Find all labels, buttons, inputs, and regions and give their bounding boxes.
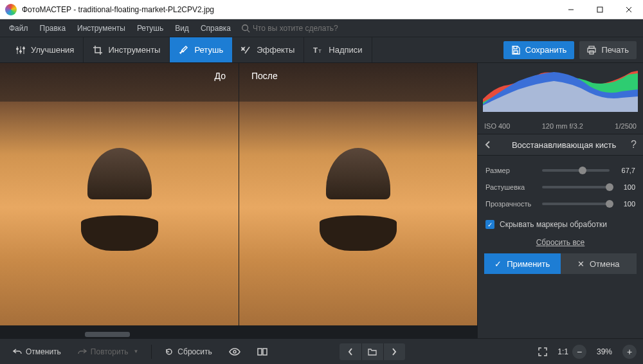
tab-label: Эффекты	[257, 45, 294, 55]
svg-rect-1	[597, 7, 602, 12]
histogram	[478, 63, 643, 121]
exif-iso: ISO 400	[484, 122, 510, 130]
apply-button[interactable]: ✓ Применить	[484, 253, 561, 274]
menu-retouch[interactable]: Ретушь	[132, 21, 168, 35]
print-icon	[587, 46, 596, 55]
panel-title: Восстанавливающая кисть	[497, 140, 631, 150]
tab-label: Улучшения	[31, 45, 74, 55]
reset-label: Сбросить	[177, 347, 212, 356]
slider-feather-value: 100	[615, 183, 635, 191]
reset-button[interactable]: Сбросить	[158, 343, 218, 361]
zoom-in-button[interactable]: +	[622, 345, 637, 359]
redo-label: Повторить	[91, 347, 129, 356]
cancel-label: Отмена	[590, 259, 620, 269]
tab-label: Инструменты	[108, 45, 160, 55]
help-button[interactable]: ?	[631, 139, 637, 150]
tab-retouch[interactable]: Ретушь	[170, 37, 232, 62]
exif-shutter: 1/2500	[615, 122, 637, 130]
hide-markers-checkbox[interactable]: ✓	[485, 220, 494, 229]
window-title: ФотоМАСТЕР - traditional-floating-market…	[22, 5, 556, 14]
text-icon: TT	[313, 45, 323, 55]
before-label: До	[0, 68, 239, 84]
brush-icon	[179, 45, 189, 55]
print-label: Печать	[601, 45, 629, 55]
slider-size-value: 67,7	[615, 167, 635, 174]
next-image-button[interactable]	[383, 343, 405, 360]
menu-view[interactable]: Вид	[170, 21, 194, 35]
redo-button[interactable]: Повторить ▼	[71, 343, 145, 361]
fit-button[interactable]	[532, 343, 554, 361]
svg-point-9	[17, 48, 19, 50]
svg-rect-18	[258, 349, 262, 355]
sliders-icon	[15, 45, 26, 55]
exif-focal: 120 mm f/3.2	[542, 122, 583, 130]
wand-icon	[241, 45, 251, 55]
save-label: Сохранить	[525, 45, 567, 55]
svg-rect-19	[263, 349, 267, 355]
save-icon	[511, 46, 520, 55]
menu-tools[interactable]: Инструменты	[72, 21, 131, 35]
horizontal-scrollbar[interactable]	[0, 331, 477, 338]
zoom-out-button[interactable]: −	[572, 345, 586, 359]
open-folder-button[interactable]	[361, 343, 383, 360]
zoom-value: 39%	[590, 347, 619, 356]
tab-text[interactable]: TT Надписи	[304, 37, 372, 62]
svg-text:T: T	[318, 48, 322, 54]
menu-edit[interactable]: Правка	[35, 21, 71, 35]
compare-icon	[257, 347, 267, 356]
eye-button[interactable]	[222, 343, 247, 361]
undo-button[interactable]: Отменить	[6, 343, 68, 361]
svg-point-11	[23, 47, 25, 49]
slider-feather-label: Растушевка	[485, 183, 537, 191]
svg-line-5	[248, 30, 250, 32]
close-icon: ✕	[577, 259, 584, 269]
undo-icon	[13, 348, 22, 356]
svg-rect-15	[588, 48, 595, 52]
menu-file[interactable]: Файл	[4, 21, 33, 35]
ratio-label[interactable]: 1:1	[557, 347, 568, 356]
svg-point-17	[233, 350, 236, 353]
save-button[interactable]: Сохранить	[503, 41, 575, 59]
search-input[interactable]	[253, 24, 368, 33]
menu-help[interactable]: Справка	[195, 21, 236, 35]
svg-point-10	[20, 50, 22, 52]
fit-icon	[538, 347, 547, 356]
compare-button[interactable]	[251, 343, 274, 361]
svg-text:T: T	[313, 46, 318, 54]
slider-opacity[interactable]	[542, 203, 610, 205]
slider-opacity-value: 100	[615, 200, 635, 208]
tab-label: Надписи	[329, 45, 362, 55]
prev-image-button[interactable]	[340, 343, 361, 360]
apply-label: Применить	[507, 259, 550, 269]
minimize-button[interactable]	[556, 0, 585, 19]
image-preview	[0, 63, 477, 325]
reset-icon	[165, 347, 174, 356]
close-button[interactable]	[614, 0, 643, 19]
eye-icon	[229, 348, 240, 356]
tab-instruments[interactable]: Инструменты	[84, 37, 170, 62]
tab-label: Ретушь	[194, 45, 223, 55]
app-logo	[5, 4, 17, 15]
reset-all-link[interactable]: Сбросить все	[478, 234, 643, 253]
svg-point-4	[242, 24, 248, 30]
tab-effects[interactable]: Эффекты	[232, 37, 304, 62]
undo-label: Отменить	[26, 347, 61, 356]
slider-size-label: Размер	[485, 167, 537, 174]
back-button[interactable]	[484, 140, 491, 149]
cancel-button[interactable]: ✕ Отмена	[561, 253, 637, 274]
slider-feather[interactable]	[542, 186, 610, 188]
slider-size[interactable]	[542, 169, 610, 172]
hide-markers-label: Скрывать маркеры обработки	[500, 220, 607, 229]
crop-icon	[93, 45, 103, 55]
canvas-area[interactable]: До После	[0, 63, 477, 331]
check-icon: ✓	[494, 259, 502, 269]
dropdown-icon: ▼	[133, 349, 138, 354]
print-button[interactable]: Печать	[579, 41, 637, 59]
redo-icon	[78, 348, 87, 356]
after-label: После	[239, 68, 477, 84]
tab-enhancements[interactable]: Улучшения	[6, 37, 84, 62]
search-icon	[241, 24, 250, 33]
slider-opacity-label: Прозрачность	[485, 200, 537, 208]
maximize-button[interactable]	[585, 0, 614, 19]
